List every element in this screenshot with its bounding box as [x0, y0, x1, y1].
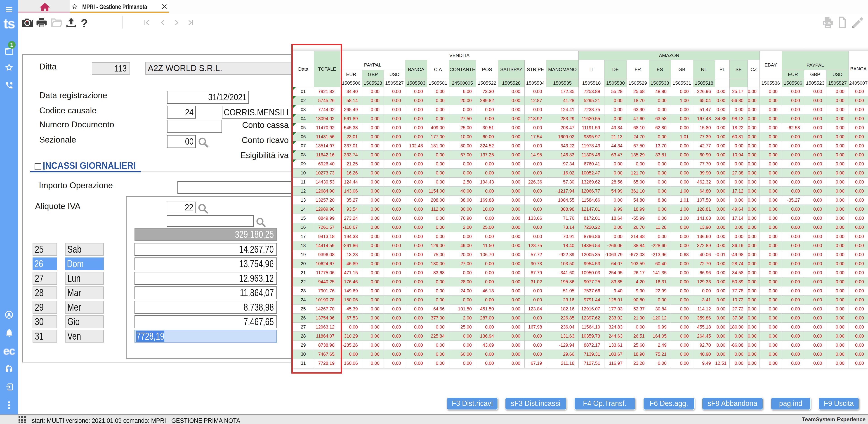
svg-text:PDF: PDF [824, 21, 832, 25]
